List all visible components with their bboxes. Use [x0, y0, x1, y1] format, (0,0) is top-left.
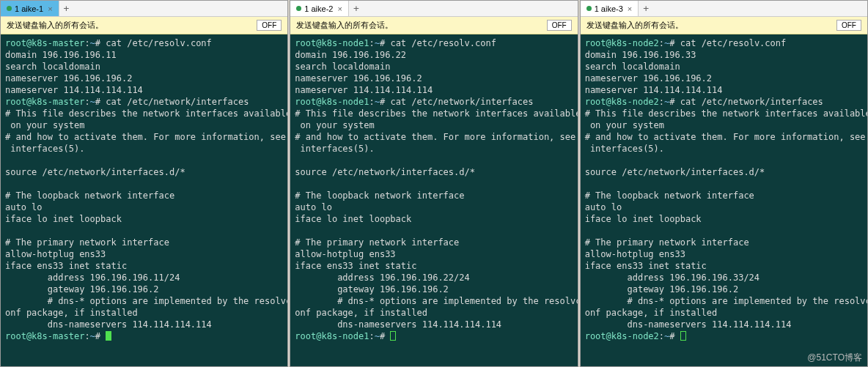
- add-tab-button[interactable]: +: [59, 1, 74, 15]
- close-icon[interactable]: ×: [48, 4, 52, 13]
- status-dot-icon: [586, 6, 592, 11]
- session-tab[interactable]: 1 aike-3 ×: [581, 1, 639, 16]
- session-tab[interactable]: 1 aike-1 ×: [1, 1, 59, 16]
- broadcast-notice: 发送键盘输入的所有会话。 OFF: [1, 17, 287, 34]
- broadcast-notice: 发送键盘输入的所有会话。 OFF: [581, 17, 867, 34]
- off-button[interactable]: OFF: [547, 20, 572, 31]
- tab-label: 1 aike-1: [15, 4, 43, 13]
- session-tab[interactable]: 1 aike-2 ×: [290, 1, 349, 16]
- tab-bar: 1 aike-1 × +: [1, 1, 287, 17]
- add-tab-button[interactable]: +: [639, 1, 653, 15]
- notice-text: 发送键盘输入的所有会话。: [586, 20, 683, 31]
- terminal-output[interactable]: root@k8s-node2:~# cat /etc/resolv.conf d…: [581, 34, 867, 366]
- off-button[interactable]: OFF: [836, 20, 861, 31]
- notice-text: 发送键盘输入的所有会话。: [7, 20, 103, 31]
- terminal-output[interactable]: root@k8s-master:~# cat /etc/resolv.conf …: [1, 34, 287, 366]
- tab-label: 1 aike-2: [304, 4, 333, 13]
- terminal-pane: 1 aike-3 × + 发送键盘输入的所有会话。 OFF root@k8s-n…: [580, 0, 868, 367]
- terminal-pane: 1 aike-2 × + 发送键盘输入的所有会话。 OFF root@k8s-n…: [290, 0, 578, 367]
- close-icon[interactable]: ×: [337, 4, 342, 13]
- split-layout: 1 aike-1 × + 发送键盘输入的所有会话。 OFF root@k8s-m…: [0, 0, 868, 367]
- add-tab-button[interactable]: +: [349, 1, 364, 15]
- terminal-pane: 1 aike-1 × + 发送键盘输入的所有会话。 OFF root@k8s-m…: [0, 0, 288, 367]
- off-button[interactable]: OFF: [257, 20, 282, 31]
- status-dot-icon: [7, 6, 12, 11]
- watermark: @51CTO博客: [807, 352, 862, 364]
- terminal-output[interactable]: root@k8s-node1:~# cat /etc/resolv.conf d…: [290, 34, 577, 366]
- close-icon[interactable]: ×: [628, 4, 632, 13]
- tab-bar: 1 aike-2 × +: [290, 1, 577, 17]
- notice-text: 发送键盘输入的所有会话。: [296, 20, 393, 31]
- status-dot-icon: [296, 6, 301, 11]
- tab-bar: 1 aike-3 × +: [581, 1, 867, 17]
- broadcast-notice: 发送键盘输入的所有会话。 OFF: [290, 17, 577, 34]
- tab-label: 1 aike-3: [595, 4, 623, 13]
